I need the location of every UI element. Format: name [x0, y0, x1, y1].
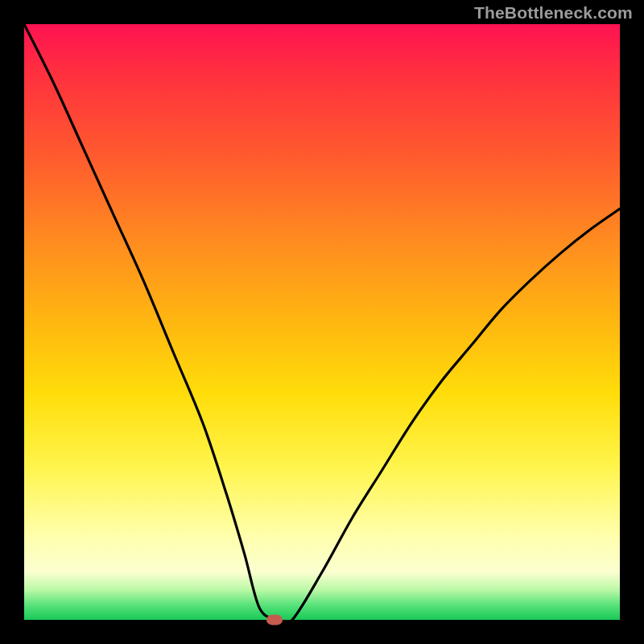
watermark-text: TheBottleneck.com: [474, 3, 633, 23]
chart-frame: TheBottleneck.com: [0, 0, 644, 644]
bottleneck-marker: [266, 615, 283, 625]
bottleneck-curve: [24, 24, 620, 620]
plot-area: [24, 24, 620, 620]
